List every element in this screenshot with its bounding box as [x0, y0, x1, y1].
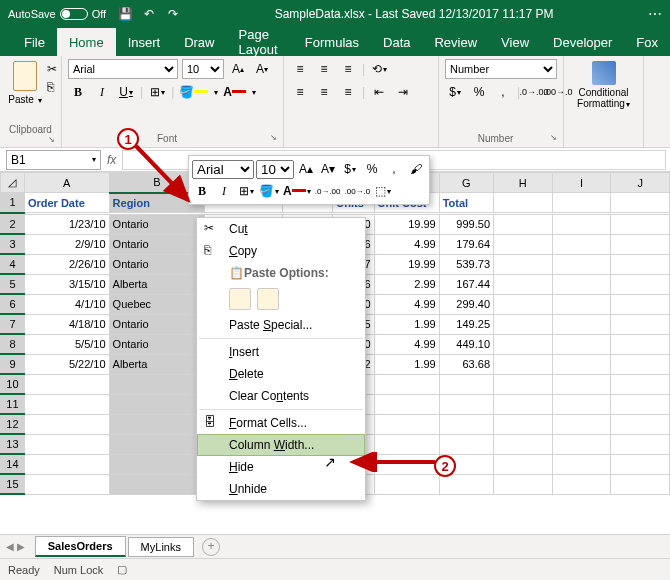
cell[interactable] — [552, 454, 611, 474]
row-header[interactable]: 1 — [1, 193, 25, 213]
tab-developer[interactable]: Developer — [541, 28, 624, 56]
cell[interactable] — [552, 314, 611, 334]
cell[interactable]: 3/15/10 — [24, 274, 109, 294]
ctx-clear-contents[interactable]: Clear Contents — [197, 385, 365, 407]
cell[interactable] — [24, 434, 109, 454]
row-header[interactable]: 2 — [1, 214, 25, 234]
tab-home[interactable]: Home — [57, 28, 116, 56]
chevron-down-icon[interactable]: ▾ — [252, 88, 256, 97]
fill-color-button[interactable]: 🪣 — [178, 82, 209, 102]
cell[interactable] — [611, 354, 670, 374]
cell[interactable] — [494, 414, 553, 434]
cell[interactable] — [552, 474, 611, 494]
mini-dec-decimal-icon[interactable]: .00→.0 — [343, 181, 371, 201]
cell[interactable]: 19.99 — [374, 214, 439, 234]
cell[interactable] — [552, 374, 611, 394]
accounting-format-icon[interactable]: $▾ — [445, 82, 465, 102]
ctx-insert[interactable]: Insert — [197, 341, 365, 363]
align-middle-icon[interactable]: ≡ — [314, 59, 334, 79]
font-size-select[interactable]: 10 — [182, 59, 224, 79]
mini-inc-decimal-icon[interactable]: .0→.00 — [314, 181, 342, 201]
cell[interactable] — [494, 354, 553, 374]
cell[interactable] — [494, 334, 553, 354]
cell-selected[interactable]: Ontario — [109, 314, 205, 334]
cell[interactable]: 179.64 — [439, 234, 493, 254]
ctx-hide[interactable]: Hide — [197, 456, 365, 478]
align-left-icon[interactable]: ≡ — [290, 82, 310, 102]
ctx-copy[interactable]: ⎘Copy — [197, 240, 365, 262]
cell[interactable] — [611, 193, 670, 213]
cell[interactable]: 4.99 — [374, 234, 439, 254]
cell[interactable] — [439, 374, 493, 394]
mini-accounting-icon[interactable]: $▾ — [340, 159, 360, 179]
cell[interactable] — [494, 294, 553, 314]
cell-selected[interactable]: Alberta — [109, 354, 205, 374]
cell[interactable]: 4.99 — [374, 334, 439, 354]
copy-icon[interactable]: ⎘ — [47, 80, 57, 94]
row-header[interactable]: 9 — [1, 354, 25, 374]
cell[interactable] — [494, 214, 553, 234]
paste-button[interactable]: Paste ▾ — [6, 59, 44, 117]
cell[interactable] — [439, 434, 493, 454]
cell-selected[interactable]: Quebec — [109, 294, 205, 314]
percent-format-icon[interactable]: % — [469, 82, 489, 102]
cell[interactable]: 1/23/10 — [24, 214, 109, 234]
cell[interactable] — [611, 454, 670, 474]
cell[interactable] — [24, 394, 109, 414]
mini-percent-icon[interactable]: % — [362, 159, 382, 179]
cell[interactable]: 4/1/10 — [24, 294, 109, 314]
cell[interactable] — [374, 374, 439, 394]
cell[interactable]: 449.10 — [439, 334, 493, 354]
tab-draw[interactable]: Draw — [172, 28, 226, 56]
ctx-delete[interactable]: Delete — [197, 363, 365, 385]
sheet-tab[interactable]: MyLinks — [128, 537, 194, 557]
comma-format-icon[interactable]: , — [493, 82, 513, 102]
cell[interactable] — [494, 314, 553, 334]
cell[interactable]: 999.50 — [439, 214, 493, 234]
cell[interactable] — [611, 234, 670, 254]
autosave-toggle[interactable]: AutoSave Off — [8, 8, 106, 20]
cell[interactable] — [439, 394, 493, 414]
cut-icon[interactable]: ✂ — [47, 62, 57, 76]
cell-selected[interactable] — [109, 414, 205, 434]
cell[interactable] — [494, 434, 553, 454]
cell[interactable]: 1.99 — [374, 314, 439, 334]
tab-review[interactable]: Review — [422, 28, 489, 56]
cell[interactable] — [611, 474, 670, 494]
tab-fox[interactable]: Fox — [624, 28, 670, 56]
cell[interactable] — [552, 354, 611, 374]
decrease-indent-icon[interactable]: ⇤ — [369, 82, 389, 102]
column-header[interactable]: A — [24, 173, 109, 193]
cell[interactable] — [374, 414, 439, 434]
row-header[interactable]: 3 — [1, 234, 25, 254]
cell[interactable] — [552, 193, 611, 213]
paste-option-icon[interactable] — [257, 288, 279, 310]
increase-decimal-icon[interactable]: .0→.00 — [524, 82, 544, 102]
cell[interactable] — [611, 294, 670, 314]
cell[interactable] — [611, 394, 670, 414]
mini-comma-icon[interactable]: , — [384, 159, 404, 179]
italic-button[interactable]: I — [92, 82, 112, 102]
paste-option-icon[interactable] — [229, 288, 251, 310]
cell[interactable] — [552, 234, 611, 254]
cell[interactable]: Order Date — [24, 193, 109, 213]
cell[interactable] — [374, 434, 439, 454]
ctx-format-cells[interactable]: 🗄Format Cells... — [197, 412, 365, 434]
mini-decrease-font-icon[interactable]: A▾ — [318, 159, 338, 179]
cell[interactable] — [552, 394, 611, 414]
cell[interactable]: 1.99 — [374, 354, 439, 374]
cell[interactable] — [552, 274, 611, 294]
cell[interactable] — [552, 434, 611, 454]
tab-file[interactable]: File — [12, 28, 57, 56]
mini-fill-color-icon[interactable]: 🪣▾ — [258, 181, 280, 201]
tab-data[interactable]: Data — [371, 28, 422, 56]
cell[interactable]: 4/18/10 — [24, 314, 109, 334]
cell[interactable] — [494, 394, 553, 414]
row-header[interactable]: 11 — [1, 394, 25, 414]
row-header[interactable]: 7 — [1, 314, 25, 334]
cell[interactable] — [552, 334, 611, 354]
cell[interactable] — [611, 414, 670, 434]
cell[interactable] — [552, 214, 611, 234]
number-format-select[interactable]: Number — [445, 59, 557, 79]
column-header[interactable]: I — [552, 173, 611, 193]
